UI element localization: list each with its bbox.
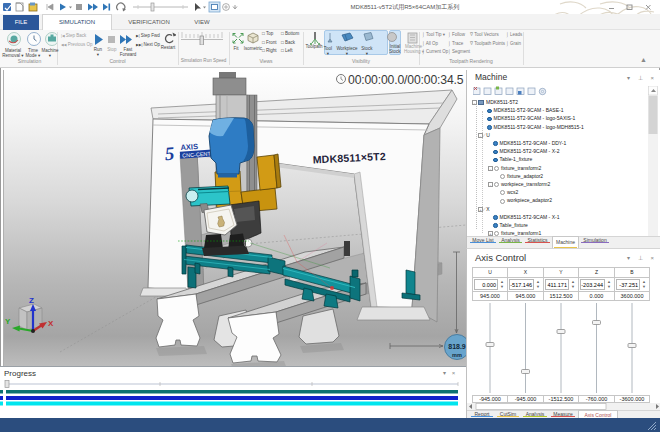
svg-text:Z: Z xyxy=(29,296,34,305)
svg-text:X: X xyxy=(48,319,54,328)
svg-text:00:00:00.0/00:00:34.5: 00:00:00.0/00:00:34.5 xyxy=(348,73,464,87)
svg-text:Y: Y xyxy=(5,317,11,326)
svg-text:818.9: 818.9 xyxy=(448,343,466,350)
svg-text:mm: mm xyxy=(452,352,462,358)
